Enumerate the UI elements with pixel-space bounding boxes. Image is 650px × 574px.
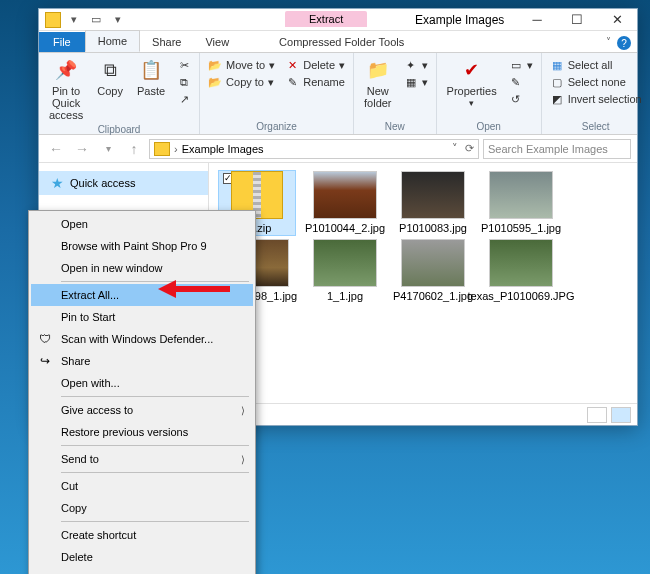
group-label-clipboard: Clipboard — [45, 123, 193, 135]
pin-to-quick-access-button[interactable]: 📌Pin to Quick access — [45, 57, 87, 123]
menu-item[interactable]: Pin to Start — [31, 306, 253, 328]
select-none-icon: ▢ — [550, 75, 564, 89]
menu-separator — [61, 445, 249, 446]
copy-button[interactable]: ⧉Copy — [93, 57, 127, 123]
file-item[interactable]: P1010083.jpg — [395, 171, 471, 235]
window-title: Example Images — [415, 13, 504, 27]
menu-item[interactable]: 🛡Scan with Windows Defender... — [31, 328, 253, 350]
file-item[interactable]: P1010595_1.jpg — [483, 171, 559, 235]
search-input[interactable]: Search Example Images — [483, 139, 631, 159]
menu-separator — [61, 472, 249, 473]
file-item[interactable]: P1010044_2.jpg — [307, 171, 383, 235]
paste-button[interactable]: 📋Paste — [133, 57, 169, 123]
properties-button[interactable]: ✔Properties▾ — [443, 57, 501, 111]
file-view[interactable]: es.zipP1010044_2.jpgP1010083.jpgP1010595… — [209, 163, 637, 403]
new-folder-button[interactable]: 📁New folder — [360, 57, 396, 111]
address-dropdown-icon[interactable]: ˅ — [452, 142, 458, 155]
minimize-button[interactable]: ─ — [517, 9, 557, 31]
menu-item-label: Scan with Windows Defender... — [61, 333, 213, 345]
ribbon-group-clipboard: 📌Pin to Quick access ⧉Copy 📋Paste ✂ ⧉ ↗ … — [39, 53, 200, 134]
paste-icon: 📋 — [139, 59, 163, 83]
menu-item[interactable]: Rename — [31, 568, 253, 574]
back-button[interactable]: ← — [45, 138, 67, 160]
qat-properties-icon[interactable]: ▭ — [87, 11, 105, 29]
maximize-button[interactable]: ☐ — [557, 9, 597, 31]
menu-item[interactable]: Open — [31, 213, 253, 235]
paste-shortcut-button[interactable]: ↗ — [175, 91, 193, 107]
edit-button[interactable]: ✎ — [507, 74, 535, 90]
forward-button[interactable]: → — [71, 138, 93, 160]
edit-icon: ✎ — [509, 75, 523, 89]
tab-tools-subtitle[interactable]: Compressed Folder Tools — [267, 32, 416, 52]
thumbnails-view-button[interactable] — [611, 407, 631, 423]
menu-item[interactable]: Open with... — [31, 372, 253, 394]
select-all-button[interactable]: ▦Select all — [548, 57, 644, 73]
menu-item-label: Restore previous versions — [61, 426, 188, 438]
open-button[interactable]: ▭▾ — [507, 57, 535, 73]
select-none-button[interactable]: ▢Select none — [548, 74, 644, 90]
file-name: P1010595_1.jpg — [481, 222, 561, 235]
scissors-icon: ✂ — [177, 58, 191, 72]
qat-dropdown-icon[interactable]: ▾ — [65, 11, 83, 29]
tab-home[interactable]: Home — [85, 30, 140, 52]
group-label-open: Open — [443, 120, 535, 132]
rename-icon: ✎ — [285, 75, 299, 89]
qat-overflow-icon[interactable]: ▾ — [109, 11, 127, 29]
copyto-icon: 📂 — [208, 75, 222, 89]
refresh-icon[interactable]: ⟳ — [465, 142, 474, 155]
invert-icon: ◩ — [550, 92, 564, 106]
move-to-button[interactable]: 📂Move to ▾ — [206, 57, 277, 73]
contextual-tab-extract[interactable]: Extract — [285, 11, 367, 27]
menu-item[interactable]: ↪Share — [31, 350, 253, 372]
file-name: P1010044_2.jpg — [305, 222, 385, 235]
menu-item-label: Send to — [61, 453, 99, 465]
copy-path-button[interactable]: ⧉ — [175, 74, 193, 90]
menu-item-label: Extract All... — [61, 289, 119, 301]
menu-item[interactable]: Browse with Paint Shop Pro 9 — [31, 235, 253, 257]
folder-icon — [45, 12, 61, 28]
help-icon[interactable]: ? — [617, 36, 631, 50]
file-item[interactable]: texas_P1010069.JPG — [483, 239, 559, 303]
easy-access-button[interactable]: ▦▾ — [402, 74, 430, 90]
menu-item[interactable]: Delete — [31, 546, 253, 568]
menu-item-label: Share — [61, 355, 90, 367]
menu-item-icon: ↪ — [37, 353, 53, 369]
image-thumbnail — [313, 239, 377, 287]
tab-share[interactable]: Share — [140, 32, 193, 52]
details-view-button[interactable] — [587, 407, 607, 423]
new-item-button[interactable]: ✦▾ — [402, 57, 430, 73]
recent-dropdown[interactable]: ▾ — [97, 138, 119, 160]
delete-button[interactable]: ✕Delete ▾ — [283, 57, 347, 73]
ribbon-collapse-icon[interactable]: ˅ — [606, 36, 611, 47]
breadcrumb[interactable]: › Example Images ˅ ⟳ — [149, 139, 479, 159]
rename-button[interactable]: ✎Rename — [283, 74, 347, 90]
menu-item[interactable]: Send to⟩ — [31, 448, 253, 470]
menu-item[interactable]: Copy — [31, 497, 253, 519]
copy-to-button[interactable]: 📂Copy to ▾ — [206, 74, 277, 90]
open-icon: ▭ — [509, 58, 523, 72]
file-item[interactable]: 1_1.jpg — [307, 239, 383, 303]
select-all-icon: ▦ — [550, 58, 564, 72]
menu-item-label: Create shortcut — [61, 529, 136, 541]
tab-file[interactable]: File — [39, 32, 85, 52]
sidebar-item-quick-access[interactable]: ★Quick access — [39, 171, 208, 195]
shortcut-icon: ↗ — [177, 92, 191, 106]
breadcrumb-path[interactable]: Example Images — [182, 143, 264, 155]
menu-item[interactable]: Restore previous versions — [31, 421, 253, 443]
close-button[interactable]: ✕ — [597, 9, 637, 31]
up-button[interactable]: ↑ — [123, 138, 145, 160]
cut-button[interactable]: ✂ — [175, 57, 193, 73]
menu-item[interactable]: Open in new window — [31, 257, 253, 279]
menu-item[interactable]: Give access to⟩ — [31, 399, 253, 421]
invert-selection-button[interactable]: ◩Invert selection — [548, 91, 644, 107]
history-button[interactable]: ↺ — [507, 91, 535, 107]
menu-item-label: Delete — [61, 551, 93, 563]
address-bar: ← → ▾ ↑ › Example Images ˅ ⟳ Search Exam… — [39, 135, 637, 163]
menu-item[interactable]: Cut — [31, 475, 253, 497]
menu-item-label: Open — [61, 218, 88, 230]
moveto-icon: 📂 — [208, 58, 222, 72]
file-name: P1010083.jpg — [399, 222, 467, 235]
tab-view[interactable]: View — [193, 32, 241, 52]
menu-item[interactable]: Create shortcut — [31, 524, 253, 546]
file-item[interactable]: P4170602_1.jpg — [395, 239, 471, 303]
